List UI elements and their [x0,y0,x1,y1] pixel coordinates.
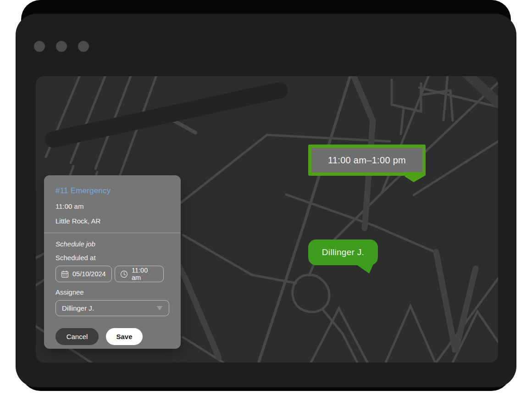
map-area[interactable]: 11:00 am–1:00 pm Dillinger J. #11 Emerge… [36,76,498,363]
tooltip-tail-icon [405,172,426,183]
assignee-bubble-label: Dillinger J. [322,247,364,257]
window-dot-icon[interactable] [78,41,89,52]
schedule-job-heading: Schedule job [55,240,169,248]
save-button[interactable]: Save [106,328,143,345]
window-dot-icon[interactable] [56,41,67,52]
assignee-label: Assignee [55,288,169,296]
assignee-marker-bubble[interactable]: Dillinger J. [308,240,378,265]
cancel-button[interactable]: Cancel [55,328,99,345]
browser-window: 11:00 am–1:00 pm Dillinger J. #11 Emerge… [16,14,516,387]
chevron-down-icon [156,306,163,310]
job-title: #11 Emergency [55,186,169,195]
scheduled-at-label: Scheduled at [55,254,169,262]
calendar-icon [61,270,69,278]
assignee-dropdown[interactable]: Dillinger J. [55,300,169,316]
card-divider [44,233,181,233]
job-time: 11:00 am [55,202,169,210]
assignee-value: Dillinger J. [62,304,94,312]
window-dot-icon[interactable] [34,41,45,52]
date-field[interactable]: 05/10/2024 [55,266,112,282]
date-value: 05/10/2024 [72,270,106,278]
time-range-tooltip[interactable]: 11:00 am–1:00 pm [308,145,426,176]
bubble-tail-icon [356,264,374,274]
job-location: Little Rock, AR [55,217,169,225]
clock-icon [120,270,128,278]
time-value: 11:00 am [132,267,158,281]
window-titlebar [34,41,89,52]
time-field[interactable]: 11:00 am [115,266,164,282]
time-range-label: 11:00 am–1:00 pm [328,155,406,166]
job-card: #11 Emergency 11:00 am Little Rock, AR S… [44,175,181,349]
page-background: 11:00 am–1:00 pm Dillinger J. #11 Emerge… [0,0,532,396]
